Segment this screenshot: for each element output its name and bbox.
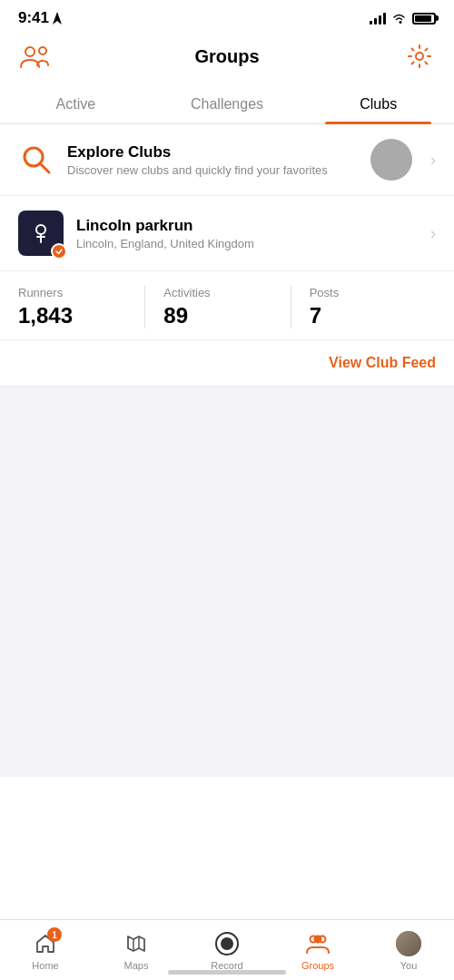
stat-runners: Runners 1,843 <box>18 286 144 328</box>
location-arrow-icon <box>53 12 62 24</box>
record-icon <box>214 931 240 956</box>
svg-marker-9 <box>128 936 144 951</box>
svg-point-2 <box>39 47 46 54</box>
svg-point-1 <box>25 47 35 56</box>
you-label: You <box>400 960 418 971</box>
wifi-icon <box>391 13 407 24</box>
search-circle-icon <box>20 143 53 176</box>
tab-active[interactable]: Active <box>0 83 152 123</box>
svg-point-16 <box>315 936 321 943</box>
status-time: 9:41 <box>18 9 49 27</box>
status-bar: 9:41 <box>0 0 454 33</box>
tab-clubs[interactable]: Clubs <box>302 83 454 123</box>
stat-posts: Posts 7 <box>291 286 436 328</box>
empty-content-area <box>0 387 454 777</box>
explore-clubs-icon <box>18 142 54 178</box>
groups-icon-header[interactable] <box>18 40 51 73</box>
home-badge: 1 <box>47 927 62 942</box>
record-svg <box>214 931 240 956</box>
header: Groups <box>0 33 454 83</box>
maps-svg <box>125 933 147 955</box>
stats-row: Runners 1,843 Activities 89 Posts 7 <box>0 271 454 340</box>
chevron-right-icon: › <box>430 151 436 170</box>
activities-value: 89 <box>163 303 290 328</box>
nav-you[interactable]: You <box>363 927 454 980</box>
club-location: Lincoln, England, United Kingdom <box>76 237 423 250</box>
view-feed-row[interactable]: View Club Feed <box>0 340 454 387</box>
you-icon <box>396 931 421 956</box>
groups-label: Groups <box>301 960 334 971</box>
gear-icon <box>407 44 432 69</box>
home-icon: 1 <box>33 931 58 956</box>
tab-challenges[interactable]: Challenges <box>152 83 303 123</box>
page-title: Groups <box>194 46 259 67</box>
svg-point-13 <box>221 937 233 950</box>
signal-icon <box>370 12 386 24</box>
explore-clubs-text: Explore Clubs Discover new clubs and qui… <box>67 143 370 177</box>
runners-label: Runners <box>18 286 144 299</box>
explore-clubs-subtitle: Discover new clubs and quickly find your… <box>67 163 370 177</box>
maps-label: Maps <box>124 960 149 971</box>
view-club-feed-link[interactable]: View Club Feed <box>329 355 436 370</box>
groups-nav-icon <box>305 931 331 956</box>
posts-label: Posts <box>310 286 436 299</box>
maps-icon <box>123 931 149 956</box>
runners-value: 1,843 <box>18 303 144 328</box>
battery-icon <box>412 13 436 24</box>
explore-clubs-avatar <box>370 139 412 181</box>
activities-label: Activities <box>163 286 290 299</box>
people-icon <box>19 44 50 69</box>
club-row[interactable]: Lincoln parkrun Lincoln, England, United… <box>0 196 454 271</box>
club-info: Lincoln parkrun Lincoln, England, United… <box>76 217 423 250</box>
svg-marker-0 <box>53 12 62 24</box>
tabs: Active Challenges Clubs <box>0 83 454 124</box>
nav-home[interactable]: 1 Home <box>0 927 91 980</box>
groups-svg <box>305 933 331 955</box>
svg-line-5 <box>40 163 49 172</box>
settings-button[interactable] <box>403 40 436 73</box>
svg-point-6 <box>36 225 45 234</box>
club-chevron-right-icon: › <box>430 224 436 243</box>
explore-clubs-title: Explore Clubs <box>67 143 370 162</box>
home-label: Home <box>32 960 58 971</box>
posts-value: 7 <box>310 303 436 328</box>
club-logo-icon <box>28 220 54 246</box>
status-icons <box>370 12 436 24</box>
club-name: Lincoln parkrun <box>76 217 423 235</box>
nav-groups[interactable]: Groups <box>272 927 363 980</box>
verified-badge <box>51 243 67 260</box>
explore-clubs-row[interactable]: Explore Clubs Discover new clubs and qui… <box>0 124 454 196</box>
home-indicator <box>168 970 286 975</box>
club-logo <box>18 211 64 256</box>
stat-activities: Activities 89 <box>144 286 290 328</box>
svg-point-3 <box>416 53 423 60</box>
checkmark-icon <box>54 247 64 256</box>
